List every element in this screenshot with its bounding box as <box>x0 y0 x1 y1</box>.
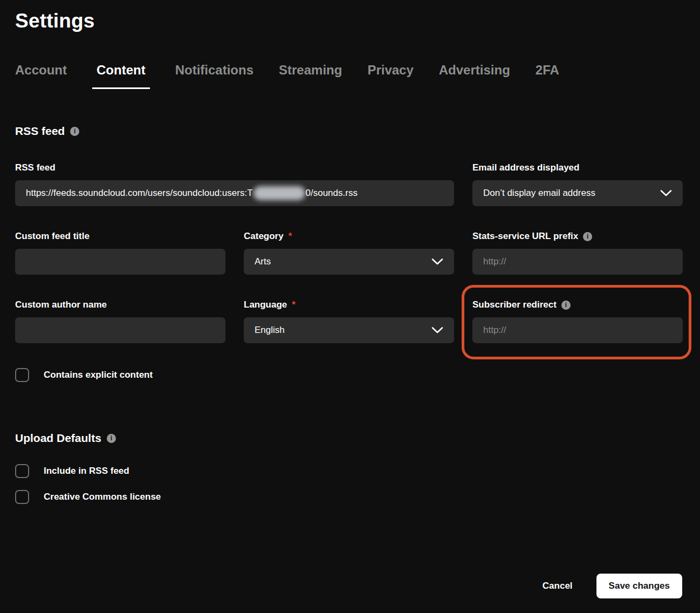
info-icon[interactable]: i <box>107 434 116 443</box>
tab-advertising[interactable]: Advertising <box>439 63 510 89</box>
category-label: Category * <box>244 231 454 242</box>
tab-account[interactable]: Account <box>15 63 67 89</box>
rss-feed-input[interactable]: https://feeds.soundcloud.com/users/sound… <box>15 180 454 206</box>
rss-feed-section-title: RSS feed <box>15 125 65 138</box>
stats-url-prefix-field: Stats-service URL prefix i <box>472 231 683 275</box>
info-icon[interactable]: i <box>583 232 592 241</box>
language-field: Language * English <box>244 299 454 343</box>
stats-url-prefix-label: Stats-service URL prefix i <box>472 231 683 242</box>
settings-page: Settings Account Content Notifications S… <box>0 0 700 613</box>
tab-2fa[interactable]: 2FA <box>536 63 559 89</box>
tab-streaming[interactable]: Streaming <box>279 63 342 89</box>
email-displayed-select[interactable]: Don’t display email address <box>472 180 683 206</box>
custom-feed-title-input[interactable] <box>15 249 225 275</box>
creative-commons-label: Creative Commons license <box>44 492 161 502</box>
explicit-content-label: Contains explicit content <box>44 370 153 380</box>
info-icon[interactable]: i <box>70 127 79 136</box>
rss-feed-label: RSS feed <box>15 162 454 173</box>
language-label: Language * <box>244 299 454 310</box>
include-rss-label: Include in RSS feed <box>44 466 129 476</box>
email-displayed-value: Don’t display email address <box>483 188 595 199</box>
explicit-content-checkbox-row[interactable]: Contains explicit content <box>15 368 682 382</box>
chevron-down-icon <box>431 258 443 265</box>
include-rss-checkbox[interactable] <box>15 464 29 478</box>
stats-url-prefix-input[interactable] <box>472 249 683 275</box>
rss-feed-url-suffix: 0/sounds.rss <box>306 188 358 199</box>
include-rss-checkbox-row[interactable]: Include in RSS feed <box>15 464 682 478</box>
tab-privacy[interactable]: Privacy <box>367 63 413 89</box>
subscriber-redirect-label: Subscriber redirect i <box>472 299 683 310</box>
custom-author-name-label: Custom author name <box>15 299 225 310</box>
explicit-content-checkbox[interactable] <box>15 368 29 382</box>
required-asterisk: * <box>289 231 292 242</box>
required-asterisk: * <box>292 299 296 310</box>
creative-commons-checkbox-row[interactable]: Creative Commons license <box>15 490 682 504</box>
subscriber-redirect-input[interactable] <box>472 317 683 343</box>
custom-feed-title-field: Custom feed title <box>15 231 225 275</box>
email-displayed-label: Email address displayed <box>472 162 683 173</box>
upload-defaults-checkboxes: Include in RSS feed Creative Commons lic… <box>15 464 682 504</box>
footer-actions: Cancel Save changes <box>15 541 682 598</box>
rss-feed-url-prefix: https://feeds.soundcloud.com/users/sound… <box>26 188 253 199</box>
page-title: Settings <box>15 10 682 32</box>
category-field: Category * Arts <box>244 231 454 275</box>
save-changes-button[interactable]: Save changes <box>596 574 682 598</box>
category-value: Arts <box>255 256 271 267</box>
upload-defaults-section-heading: Upload Defaults i <box>15 432 682 445</box>
email-displayed-field: Email address displayed Don’t display em… <box>472 162 683 206</box>
redaction-blur <box>253 186 305 200</box>
cancel-button[interactable]: Cancel <box>543 581 573 591</box>
rss-feed-section-heading: RSS feed i <box>15 125 682 138</box>
custom-author-name-field: Custom author name <box>15 299 225 343</box>
rss-feed-field: RSS feed https://feeds.soundcloud.com/us… <box>15 162 454 206</box>
category-select[interactable]: Arts <box>244 249 454 275</box>
tab-notifications[interactable]: Notifications <box>175 63 253 89</box>
chevron-down-icon <box>660 189 672 197</box>
settings-tab-bar: Account Content Notifications Streaming … <box>15 63 682 89</box>
custom-author-name-input[interactable] <box>15 317 225 343</box>
subscriber-redirect-field: Subscriber redirect i <box>472 299 683 343</box>
tab-content[interactable]: Content <box>92 63 150 89</box>
language-value: English <box>255 325 285 336</box>
rss-form-grid: RSS feed https://feeds.soundcloud.com/us… <box>15 162 682 343</box>
info-icon[interactable]: i <box>561 301 571 310</box>
chevron-down-icon <box>431 326 443 334</box>
language-select[interactable]: English <box>244 317 454 343</box>
custom-feed-title-label: Custom feed title <box>15 231 225 242</box>
creative-commons-checkbox[interactable] <box>15 490 29 504</box>
upload-defaults-title: Upload Defaults <box>15 432 101 445</box>
